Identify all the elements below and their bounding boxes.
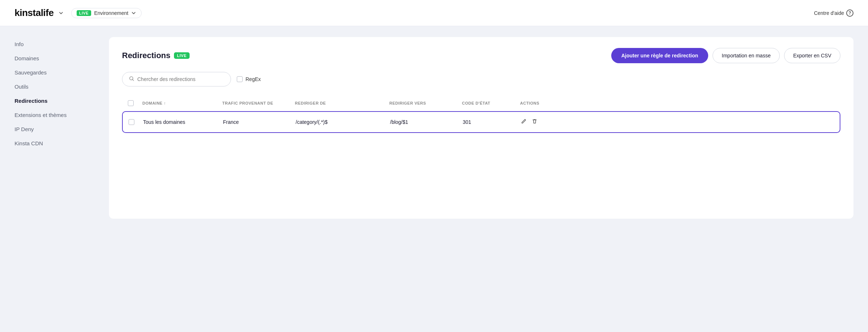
env-chevron-icon — [131, 11, 136, 16]
row-code-etat: 301 — [463, 119, 521, 125]
regex-row: RegEx — [237, 76, 261, 82]
th-rediriger-vers: REDIRIGER VERS — [389, 101, 462, 105]
regex-label: RegEx — [246, 76, 261, 82]
logo-chevron-icon[interactable] — [57, 9, 65, 17]
row-select-checkbox[interactable] — [129, 119, 134, 125]
top-header: kinstalife LIVE Environnement Centre d'a… — [0, 0, 868, 26]
th-domaine: DOMAINE ↑ — [142, 101, 222, 105]
logo: kinstalife — [15, 7, 54, 19]
page-title: Redirections — [122, 51, 170, 60]
row-rediriger-vers: /blog/$1 — [390, 119, 463, 125]
table-row: Tous les domaines France /category/(.*)$… — [122, 111, 840, 133]
table-header: DOMAINE ↑ TRAFIC PROVENANT DE REDIRIGER … — [122, 97, 840, 110]
add-redirect-button[interactable]: Ajouter une règle de redirection — [611, 48, 709, 63]
help-center[interactable]: Centre d'aide ? — [814, 9, 853, 17]
search-row: RegEx — [122, 72, 840, 86]
environment-selector[interactable]: LIVE Environnement — [71, 8, 142, 18]
live-badge: LIVE — [77, 10, 91, 16]
header-left: kinstalife LIVE Environnement — [15, 7, 142, 19]
main-content: Redirections LIVE Ajouter une règle de r… — [94, 26, 868, 332]
card-header: Redirections LIVE Ajouter une règle de r… — [122, 48, 840, 63]
content-card: Redirections LIVE Ajouter une règle de r… — [109, 37, 853, 219]
help-circle-icon: ? — [846, 9, 853, 17]
sidebar-item-info[interactable]: Info — [15, 37, 94, 51]
search-icon — [129, 76, 134, 82]
edit-icon[interactable] — [521, 118, 527, 126]
delete-icon[interactable] — [532, 118, 538, 126]
th-rediriger-de: REDIRIGER DE — [295, 101, 389, 105]
export-button[interactable]: Exporter en CSV — [784, 48, 840, 63]
redirections-table: DOMAINE ↑ TRAFIC PROVENANT DE REDIRIGER … — [122, 97, 840, 133]
sidebar-item-kinsta-cdn[interactable]: Kinsta CDN — [15, 136, 94, 150]
th-trafic: TRAFIC PROVENANT DE — [222, 101, 295, 105]
page-live-badge: LIVE — [174, 52, 189, 59]
search-input[interactable] — [137, 76, 224, 82]
regex-checkbox[interactable] — [237, 76, 243, 82]
row-actions — [521, 118, 564, 126]
sidebar-item-outils[interactable]: Outils — [15, 80, 94, 94]
row-domaine: Tous les domaines — [143, 119, 223, 125]
import-button[interactable]: Importation en masse — [713, 48, 780, 63]
card-actions: Ajouter une règle de redirection Importa… — [611, 48, 840, 63]
th-actions: ACTIONS — [520, 101, 564, 105]
sidebar-item-sauvegardes[interactable]: Sauvegardes — [15, 65, 94, 80]
row-rediriger-de: /category/(.*)$ — [296, 119, 390, 125]
help-label: Centre d'aide — [814, 10, 844, 16]
sidebar-item-domaines[interactable]: Domaines — [15, 51, 94, 65]
sidebar-item-ip-deny[interactable]: IP Deny — [15, 122, 94, 136]
th-code-etat: CODE D'ÉTAT — [462, 101, 520, 105]
sidebar: Info Domaines Sauvegardes Outils Redirec… — [0, 26, 94, 332]
layout: Info Domaines Sauvegardes Outils Redirec… — [0, 26, 868, 332]
row-trafic: France — [223, 119, 296, 125]
environment-label: Environnement — [94, 10, 128, 16]
sidebar-item-extensions[interactable]: Extensions et thèmes — [15, 108, 94, 122]
row-checkbox — [129, 119, 143, 125]
card-title-area: Redirections LIVE — [122, 51, 190, 60]
search-box — [122, 72, 231, 86]
select-all-checkbox[interactable] — [128, 100, 134, 106]
sidebar-item-redirections[interactable]: Redirections — [15, 94, 94, 108]
th-checkbox-col — [128, 100, 142, 106]
